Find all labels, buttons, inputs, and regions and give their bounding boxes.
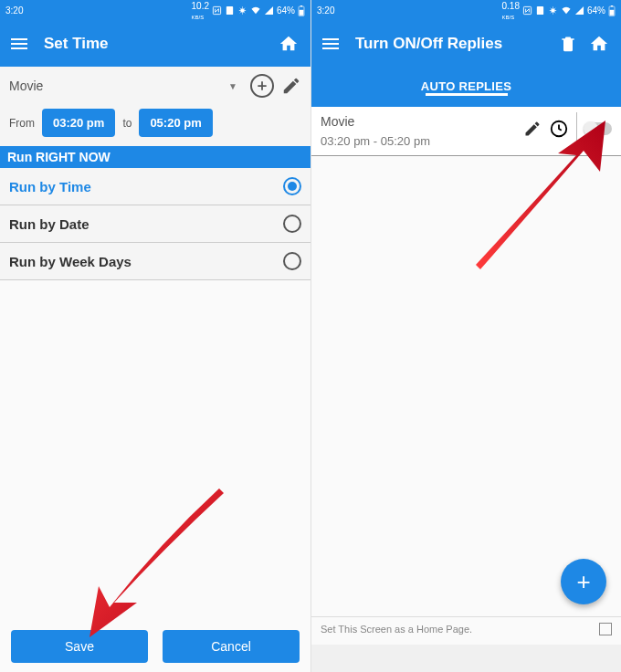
svg-rect-5 (300, 9, 304, 15)
tab-label: AUTO REPLIES (421, 79, 511, 93)
home-page-label: Set This Screen as a Home Page. (321, 624, 472, 635)
reply-controls (523, 112, 612, 145)
svg-rect-4 (300, 5, 302, 6)
status-time: 3:20 (5, 5, 23, 16)
radio-unchecked-icon (283, 215, 301, 233)
svg-rect-7 (537, 6, 543, 15)
left-screen: 3:20 10.2KB/S 64% Set Time Movie ▼ (0, 0, 310, 672)
option-label: Run by Time (9, 179, 283, 194)
plus-icon: + (576, 568, 590, 596)
status-right: 10.2KB/S 64% (192, 1, 305, 21)
battery-icon (298, 5, 305, 16)
menu-button[interactable] (322, 36, 339, 52)
battery-icon (608, 5, 616, 16)
right-screen: 3:20 0.18KB/S 64% Turn ON/Off Replies AU… (310, 0, 621, 672)
delete-button[interactable] (557, 33, 579, 55)
annotation-arrow (73, 484, 237, 644)
option-label: Run by Week Days (9, 254, 283, 269)
cancel-button[interactable]: Cancel (163, 630, 300, 663)
page-title: Set Time (44, 35, 268, 53)
app-bar: Turn ON/Off Replies (311, 21, 621, 67)
edit-profile-button[interactable] (281, 76, 301, 96)
net-speed: 0.18KB/S (502, 1, 520, 21)
dropdown-value: Movie (9, 79, 43, 93)
page-title: Turn ON/Off Replies (355, 35, 548, 53)
svg-point-2 (240, 8, 245, 13)
option-run-by-date[interactable]: Run by Date (0, 205, 310, 243)
net-speed: 10.2KB/S (192, 1, 209, 21)
option-run-by-time[interactable]: Run by Time (0, 168, 310, 205)
radio-unchecked-icon (283, 252, 301, 270)
app-bar: Set Time (0, 21, 310, 67)
wifi-icon (561, 5, 572, 16)
save-button[interactable]: Save (11, 630, 148, 663)
status-time: 3:20 (317, 5, 334, 16)
from-time-button[interactable]: 03:20 pm (42, 109, 115, 137)
signal-icon (574, 5, 584, 16)
reply-item[interactable]: Movie 03:20 pm - 05:20 pm (311, 107, 621, 156)
time-row: From 03:20 pm to 05:20 pm (0, 101, 310, 146)
signal-icon (264, 5, 274, 16)
home-page-checkbox[interactable] (599, 623, 612, 635)
run-now-banner[interactable]: Run RIGHT NOW (0, 146, 310, 168)
tab-underline (426, 93, 508, 96)
storage-icon (535, 5, 545, 16)
to-time-button[interactable]: 05:20 pm (139, 109, 212, 137)
battery-text: 64% (277, 5, 295, 16)
add-reply-fab[interactable]: + (561, 559, 606, 604)
profile-dropdown[interactable]: Movie ▼ (9, 79, 243, 93)
clock-icon (549, 119, 569, 139)
reply-toggle[interactable] (584, 122, 612, 135)
dropdown-row: Movie ▼ (0, 67, 310, 101)
svg-point-8 (551, 8, 555, 13)
button-row: Save Cancel (0, 630, 310, 663)
wifi-icon (250, 5, 261, 16)
option-run-by-week[interactable]: Run by Week Days (0, 243, 310, 280)
battery-text: 64% (587, 5, 605, 16)
bottom-bar (311, 645, 621, 672)
nfc-icon (522, 5, 532, 16)
divider (576, 112, 577, 145)
menu-button[interactable] (11, 36, 27, 52)
add-profile-button[interactable] (250, 74, 274, 98)
status-bar: 3:20 0.18KB/S 64% (311, 0, 621, 21)
home-button[interactable] (588, 33, 610, 55)
from-label: From (9, 117, 35, 130)
status-bar: 3:20 10.2KB/S 64% (0, 0, 310, 21)
svg-rect-11 (610, 9, 615, 15)
option-label: Run by Date (9, 216, 283, 232)
dropdown-caret-icon: ▼ (228, 81, 237, 91)
nfc-icon (212, 5, 222, 16)
to-label: to (122, 117, 132, 130)
edit-reply-button[interactable] (523, 120, 542, 138)
home-page-row: Set This Screen as a Home Page. (311, 616, 621, 641)
tab-header[interactable]: AUTO REPLIES (311, 67, 621, 107)
home-button[interactable] (278, 33, 300, 55)
status-right: 0.18KB/S 64% (502, 1, 616, 21)
svg-rect-1 (226, 6, 233, 15)
storage-icon (225, 5, 235, 16)
svg-rect-10 (611, 5, 613, 6)
bug-icon (548, 5, 558, 16)
radio-checked-icon (283, 177, 301, 195)
bug-icon (237, 5, 247, 16)
